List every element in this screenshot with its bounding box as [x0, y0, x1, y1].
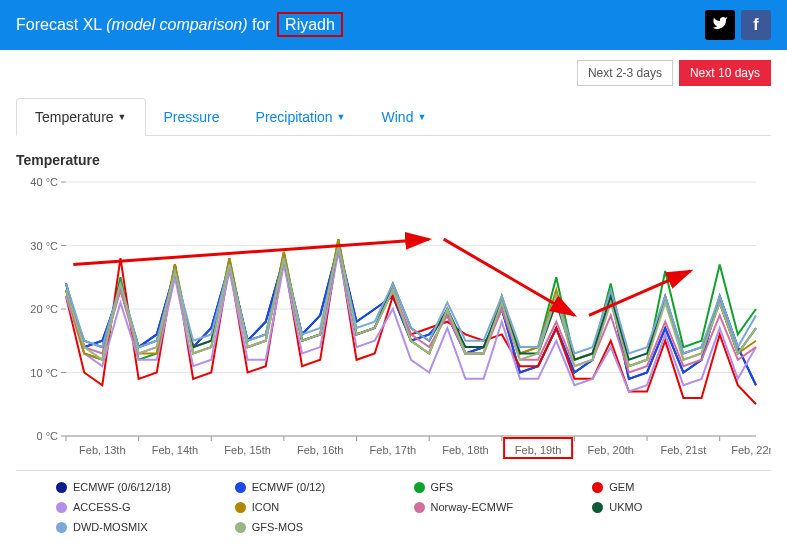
- legend-item[interactable]: Norway-ECMWF: [414, 499, 593, 515]
- page-title: Forecast XL (model comparison) for Riyad…: [16, 16, 343, 34]
- tab-label: Pressure: [164, 109, 220, 125]
- legend-item[interactable]: DWD-MOSMIX: [56, 519, 235, 535]
- title-subtitle: (model comparison): [106, 16, 247, 33]
- header: Forecast XL (model comparison) for Riyad…: [0, 0, 787, 50]
- legend-label: Norway-ECMWF: [431, 501, 514, 513]
- tab-label: Wind: [382, 109, 414, 125]
- legend-label: UKMO: [609, 501, 642, 513]
- tab-pressure[interactable]: Pressure: [146, 98, 238, 135]
- svg-text:Feb, 19th: Feb, 19th: [515, 444, 561, 456]
- svg-text:Feb, 13th: Feb, 13th: [79, 444, 125, 456]
- tab-label: Precipitation: [256, 109, 333, 125]
- legend-color-icon: [235, 482, 246, 493]
- chevron-down-icon: ▼: [417, 112, 426, 122]
- legend-item[interactable]: ECMWF (0/12): [235, 479, 414, 495]
- range-selector: Next 2-3 days Next 10 days: [0, 50, 787, 86]
- annotation-arrow: [444, 239, 575, 315]
- legend-color-icon: [414, 502, 425, 513]
- series-line: [66, 246, 756, 386]
- social-links: f: [705, 10, 771, 40]
- legend-label: ECMWF (0/6/12/18): [73, 481, 171, 493]
- chevron-down-icon: ▼: [118, 112, 127, 122]
- legend-color-icon: [56, 522, 67, 533]
- legend-label: GEM: [609, 481, 634, 493]
- twitter-button[interactable]: [705, 10, 735, 40]
- chart-legend: ECMWF (0/6/12/18)ECMWF (0/12)GFSGEMACCES…: [16, 470, 771, 535]
- legend-item[interactable]: GFS-MOS: [235, 519, 414, 535]
- legend-label: ECMWF (0/12): [252, 481, 325, 493]
- range-2-3-days[interactable]: Next 2-3 days: [577, 60, 673, 86]
- legend-color-icon: [56, 502, 67, 513]
- twitter-icon: [712, 15, 728, 35]
- legend-color-icon: [592, 502, 603, 513]
- annotation-arrow: [73, 239, 429, 264]
- legend-label: GFS: [431, 481, 454, 493]
- tab-temperature[interactable]: Temperature ▼: [16, 98, 146, 136]
- svg-text:Feb, 17th: Feb, 17th: [370, 444, 416, 456]
- chart-panel: Temperature 0 °C10 °C20 °C30 °C40 °CFeb,…: [0, 136, 787, 551]
- svg-text:Feb, 15th: Feb, 15th: [224, 444, 270, 456]
- chevron-down-icon: ▼: [337, 112, 346, 122]
- range-10-days[interactable]: Next 10 days: [679, 60, 771, 86]
- legend-item[interactable]: ECMWF (0/6/12/18): [56, 479, 235, 495]
- legend-color-icon: [56, 482, 67, 493]
- svg-text:Feb, 20th: Feb, 20th: [587, 444, 633, 456]
- legend-label: ACCESS-G: [73, 501, 130, 513]
- svg-text:10 °C: 10 °C: [30, 367, 58, 379]
- facebook-icon: f: [753, 16, 758, 34]
- series-line: [66, 246, 756, 386]
- svg-text:Feb, 18th: Feb, 18th: [442, 444, 488, 456]
- temperature-chart: 0 °C10 °C20 °C30 °C40 °CFeb, 13thFeb, 14…: [16, 176, 771, 466]
- title-for: for: [252, 16, 271, 33]
- chart-title: Temperature: [16, 152, 771, 168]
- legend-color-icon: [235, 502, 246, 513]
- svg-text:Feb, 21st: Feb, 21st: [660, 444, 706, 456]
- legend-item[interactable]: UKMO: [592, 499, 771, 515]
- svg-text:30 °C: 30 °C: [30, 240, 58, 252]
- legend-label: ICON: [252, 501, 280, 513]
- legend-label: DWD-MOSMIX: [73, 521, 148, 533]
- legend-label: GFS-MOS: [252, 521, 303, 533]
- svg-text:Feb, 14th: Feb, 14th: [152, 444, 198, 456]
- title-prefix: Forecast XL: [16, 16, 102, 33]
- facebook-button[interactable]: f: [741, 10, 771, 40]
- tab-precipitation[interactable]: Precipitation ▼: [238, 98, 364, 135]
- legend-color-icon: [414, 482, 425, 493]
- svg-text:0 °C: 0 °C: [36, 430, 58, 442]
- legend-item[interactable]: GFS: [414, 479, 593, 495]
- legend-item[interactable]: GEM: [592, 479, 771, 495]
- legend-color-icon: [592, 482, 603, 493]
- tab-label: Temperature: [35, 109, 114, 125]
- city-name: Riyadh: [277, 12, 343, 37]
- svg-text:40 °C: 40 °C: [30, 176, 58, 188]
- series-line: [66, 246, 756, 405]
- series-line: [66, 252, 756, 392]
- svg-text:Feb, 22nd: Feb, 22nd: [731, 444, 771, 456]
- svg-text:20 °C: 20 °C: [30, 303, 58, 315]
- tab-wind[interactable]: Wind ▼: [364, 98, 445, 135]
- legend-item[interactable]: ICON: [235, 499, 414, 515]
- svg-text:Feb, 16th: Feb, 16th: [297, 444, 343, 456]
- legend-item[interactable]: ACCESS-G: [56, 499, 235, 515]
- legend-color-icon: [235, 522, 246, 533]
- metric-tabs: Temperature ▼ Pressure Precipitation ▼ W…: [16, 98, 771, 136]
